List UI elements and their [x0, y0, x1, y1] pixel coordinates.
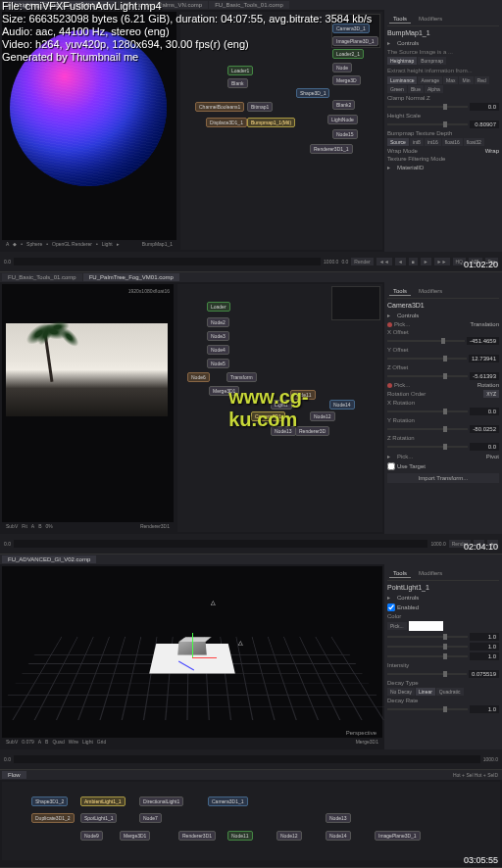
node[interactable]: Node3 — [207, 331, 229, 341]
node[interactable]: Node7 — [139, 813, 162, 823]
node[interactable]: Shape3D1_2 — [31, 796, 68, 806]
node[interactable]: Node12 — [276, 831, 302, 841]
section-3: FU_ADVANCED_GI_V02.comp △ △ Perspective … — [0, 555, 502, 770]
node[interactable]: AmbientLight1_1 — [80, 796, 126, 806]
use-target-check[interactable] — [387, 462, 395, 470]
modifiers-tab[interactable]: Modifiers — [415, 15, 446, 24]
node[interactable]: ImagePlane3D_1 — [375, 831, 421, 841]
height-slider[interactable] — [387, 123, 468, 125]
node[interactable]: Renderer3D1_1 — [310, 144, 353, 154]
watermark: www.cg-ku.com — [228, 386, 331, 431]
node[interactable]: Bumpmap1_1(Mtl) — [247, 118, 295, 127]
properties-panel: Tools Modifiers Camera3D1 ▸Controls Pick… — [384, 282, 502, 534]
section-4-flow: Flow Hot + Sel Hot + SelD Shape3D1_2Ambi… — [0, 770, 502, 868]
comp-tab[interactable]: FU_Basic_Tools_01.comp — [2, 273, 82, 281]
properties-panel: Tools Modifiers PointLight1_1 ▸Controls … — [384, 564, 502, 749]
node[interactable]: Node2 — [207, 317, 229, 327]
timestamp: 01:02:20 — [464, 260, 498, 269]
minimap[interactable] — [331, 286, 380, 320]
comp-tab[interactable]: FU_ADVANCED_GI_V02.comp — [2, 555, 96, 563]
node[interactable]: Node13 — [326, 813, 351, 823]
node[interactable]: ChannelBooleans1 — [195, 102, 244, 112]
node[interactable]: Node6 — [187, 372, 210, 382]
node[interactable]: Node15 — [332, 129, 358, 139]
file-info-overlay: File: cmiVFXFusionAdvLight.mp4 Size: 666… — [2, 0, 372, 64]
stop-btn[interactable]: ■ — [409, 258, 418, 265]
node[interactable]: Node5 — [207, 359, 229, 368]
section-2: FU_Basic_Tools_01.comp FU_PalmTree_Fog_V… — [0, 272, 502, 555]
node[interactable]: Duplicate3D1_2 — [31, 813, 75, 823]
ff-btn[interactable]: ►► — [434, 258, 450, 265]
enabled-check[interactable] — [387, 603, 395, 611]
node[interactable]: Transform — [226, 372, 257, 382]
node[interactable]: Node14 — [326, 831, 351, 841]
node[interactable]: Node9 — [80, 831, 103, 841]
play-btn[interactable]: ► — [421, 258, 431, 265]
viewer-render[interactable]: 1920x1080xfloat16 SubV Fit A B 0% Render… — [2, 284, 174, 532]
color-swatch[interactable] — [409, 621, 443, 631]
node[interactable]: Displace3D1_1 — [206, 118, 247, 127]
node[interactable]: Bitmap1 — [247, 102, 273, 112]
node[interactable]: Merge3D — [332, 75, 361, 85]
node[interactable]: Loader — [207, 302, 230, 312]
flow-tab[interactable]: Flow — [2, 771, 26, 779]
tools-tab[interactable]: Tools — [389, 15, 411, 24]
node[interactable]: Blank2 — [332, 100, 355, 110]
node[interactable]: LightNode — [327, 115, 358, 124]
clamp-slider[interactable] — [387, 106, 468, 108]
node[interactable]: Shape3D_1 — [296, 88, 329, 98]
pick-color-btn[interactable]: Pick... — [387, 622, 407, 630]
node[interactable]: Camera3D1_1 — [208, 796, 248, 806]
palm-render — [6, 323, 168, 416]
node[interactable]: SpotLight1_1 — [80, 813, 117, 823]
timestamp: 03:05:55 — [464, 855, 498, 865]
viewer-3d-perspective[interactable]: △ △ Perspective SubV 0.079 A B Quad Wire… — [2, 566, 382, 747]
tool-title: BumpMap1_1 — [387, 29, 499, 36]
timestamp: 02:04:10 — [464, 542, 498, 552]
comp-tab[interactable]: FU_PalmTree_Fog_VM01.comp — [83, 273, 179, 281]
properties-panel: Tools Modifiers BumpMap1_1 ▸Controls The… — [384, 10, 502, 252]
import-transform-btn[interactable]: Import Transform... — [387, 473, 499, 483]
node[interactable]: Node14 — [329, 400, 355, 410]
prev-btn[interactable]: ◄ — [395, 258, 406, 265]
node[interactable]: Loader1 — [227, 66, 253, 75]
rewind-btn[interactable]: ◄◄ — [376, 258, 392, 265]
bumpmap-btn[interactable]: Bumpmap — [418, 57, 446, 65]
node[interactable]: Node11 — [227, 831, 253, 841]
transform-gizmo[interactable] — [192, 657, 194, 659]
node-graph[interactable]: www.cg-ku.com LoaderNode2Node3Node4Node5… — [177, 284, 382, 532]
node[interactable]: Blank — [227, 78, 248, 88]
render-btn[interactable]: Render — [351, 258, 373, 265]
timeline[interactable]: 0.0 1000.0 0.0 Render ◄◄ ◄ ■ ► ►► HQ MB … — [0, 252, 502, 271]
node[interactable]: Node — [332, 63, 352, 72]
timeline[interactable]: 0.0 1000.0 — [0, 749, 502, 769]
node[interactable]: Merge3D1 — [120, 831, 150, 841]
flow-graph[interactable]: Shape3D1_2AmbientLight1_1DirectionalLigh… — [2, 782, 500, 860]
scene-objects — [153, 628, 231, 687]
node[interactable]: Renderer3D1 — [178, 831, 216, 841]
heightmap-btn[interactable]: Heightmap — [387, 57, 417, 65]
timeline[interactable]: 0.0 1000.0 Render ◄ ► — [0, 534, 502, 554]
node[interactable]: DirectionalLight1 — [139, 796, 183, 806]
node[interactable]: Node4 — [207, 345, 229, 355]
